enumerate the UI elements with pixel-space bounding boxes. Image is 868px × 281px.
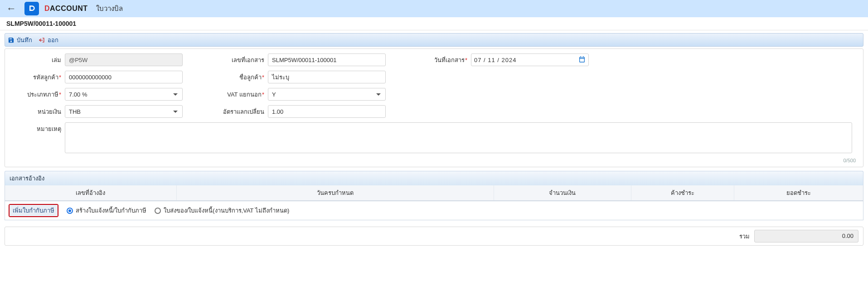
vatout-select[interactable]: Y	[268, 88, 386, 101]
total-label: รวม	[739, 232, 750, 241]
th-duedate: วันครบกำหนด	[177, 185, 494, 200]
form-panel: เล่ม @P5W เลขที่เอกสาร SLMP5W/00011-1000…	[5, 48, 863, 167]
calendar-icon[interactable]	[578, 56, 586, 64]
label-docno: เลขที่เอกสาร	[213, 55, 268, 65]
save-icon	[8, 37, 15, 44]
th-pay: ยอดชำระ	[734, 185, 863, 200]
remark-textarea[interactable]	[65, 122, 852, 153]
exit-button[interactable]: ออก	[39, 35, 58, 45]
action-toolbar: บันทึก ออก	[5, 33, 863, 47]
label-docdate: วันที่เอกสาร*	[417, 55, 471, 65]
topbar: ← DACCOUNT ใบวางบิล	[0, 0, 868, 17]
label-rate: อัตราแลกเปลี่ยน	[213, 107, 268, 116]
radio-delivery-note[interactable]: ใบส่งของ/ใบแจ้งหนี้(งานบริการ,VAT ไม่ถึง…	[155, 206, 290, 215]
custname-field[interactable]: ไม่ระบุ	[268, 71, 386, 83]
label-custcode: รหัสลูกค้า*	[10, 73, 65, 82]
brand-text: DACCOUNT	[44, 5, 88, 13]
main-container: บันทึก ออก เล่ม @P5W เลขที่เอกสาร SLMP5W…	[0, 30, 868, 250]
th-refno: เลขที่อ้างอิง	[5, 185, 177, 200]
radio-create-invoice[interactable]: สร้างใบแจ้งหนี้/ใบกำกับภาษี	[67, 206, 146, 215]
page-type-title: ใบวางบิล	[96, 3, 123, 14]
radio-icon	[67, 208, 73, 214]
add-tax-invoice-button[interactable]: เพิ่มใบกำกับภาษี	[9, 204, 58, 217]
label-book: เล่ม	[10, 55, 65, 65]
exit-icon	[39, 37, 45, 44]
book-field: @P5W	[65, 53, 183, 66]
custcode-field[interactable]: 0000000000000	[65, 71, 183, 83]
label-vatout: VAT แยกนอก*	[213, 90, 268, 99]
radio-icon	[155, 208, 161, 214]
th-amount: จำนวนเงิน	[494, 185, 631, 200]
total-bar: รวม 0.00	[5, 227, 863, 246]
table-header: เลขที่อ้างอิง วันครบกำหนด จำนวนเงิน ค้าง…	[5, 185, 863, 201]
app-logo	[24, 2, 39, 15]
th-outstanding: ค้างชำระ	[631, 185, 734, 200]
rate-field[interactable]: 1.00	[268, 105, 386, 118]
action-row: เพิ่มใบกำกับภาษี สร้างใบแจ้งหนี้/ใบกำกับ…	[5, 201, 863, 220]
save-button[interactable]: บันทึก	[8, 35, 32, 45]
label-custname: ชื่อลูกค้า*	[213, 73, 268, 82]
docdate-field[interactable]: 07 / 11 / 2024	[471, 53, 589, 66]
label-currency: หน่วยเงิน	[10, 107, 65, 116]
total-field: 0.00	[754, 230, 858, 242]
section-title-refdoc: เอกสารอ้างอิง	[5, 171, 863, 185]
remark-counter: 0/500	[10, 158, 858, 163]
page-title: SLMP5W/00011-100001	[0, 17, 868, 30]
docno-field[interactable]: SLMP5W/00011-100001	[268, 53, 386, 66]
currency-select[interactable]: THB	[65, 105, 183, 118]
back-arrow-icon[interactable]: ←	[4, 3, 19, 15]
reference-table: เลขที่อ้างอิง วันครบกำหนด จำนวนเงิน ค้าง…	[5, 185, 863, 201]
label-taxtype: ประเภทภาษี*	[10, 90, 65, 99]
label-remark: หมายเหตุ	[10, 122, 65, 134]
taxtype-select[interactable]: 7.00 %	[65, 88, 183, 101]
